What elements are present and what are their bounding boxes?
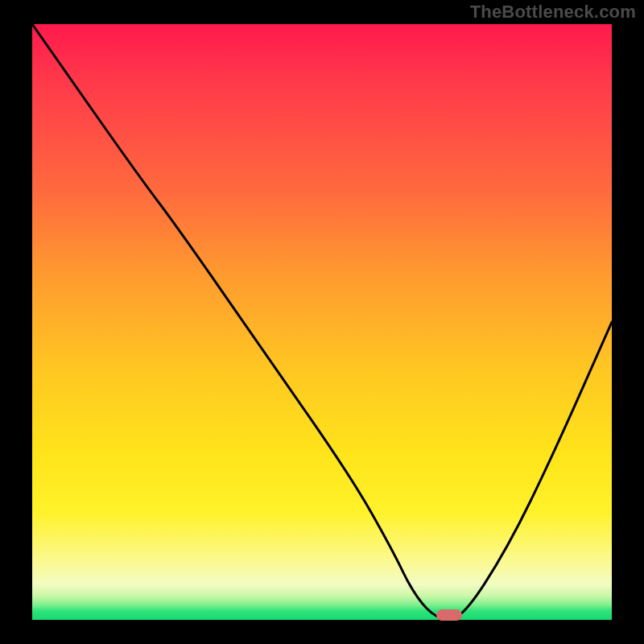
watermark-text: TheBottleneck.com (470, 2, 636, 23)
bottleneck-curve (32, 24, 612, 620)
chart-frame: TheBottleneck.com (0, 0, 644, 644)
plot-area (32, 24, 612, 620)
optimum-marker (436, 609, 462, 621)
